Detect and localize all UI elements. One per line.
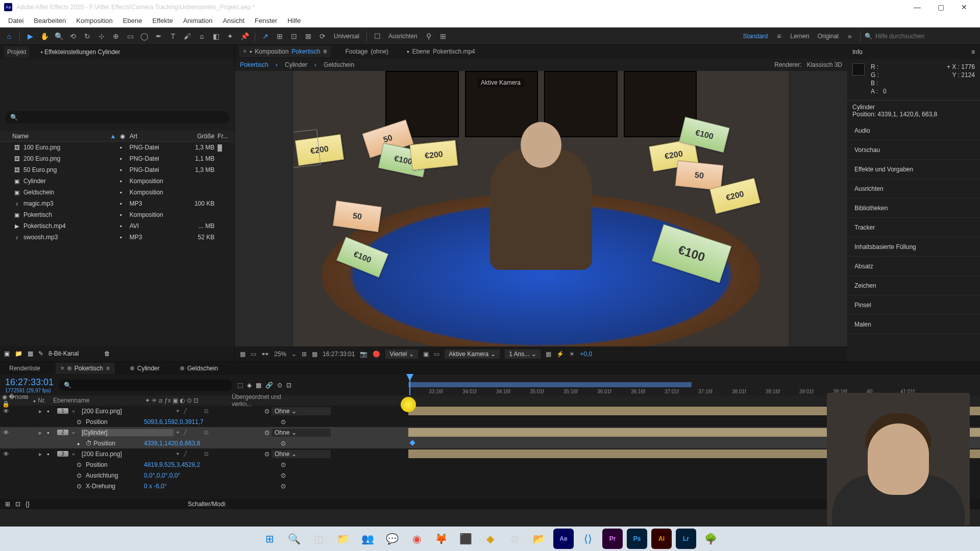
workspace-original[interactable]: Original bbox=[815, 33, 842, 40]
trash-icon[interactable]: 🗑 bbox=[104, 350, 110, 357]
workspace-menu-icon[interactable]: ≡ bbox=[773, 30, 785, 42]
vscode-icon[interactable]: ⟨⟩ bbox=[578, 529, 598, 549]
axis-local-icon[interactable]: ⊞ bbox=[274, 30, 286, 42]
region-icon[interactable]: ▭ bbox=[434, 350, 439, 358]
firefox-icon[interactable]: 🦊 bbox=[431, 529, 451, 549]
stamp-tool-icon[interactable]: ⩍ bbox=[195, 30, 208, 42]
project-item[interactable]: 🖼100 Euro.png▪PNG-Datei1,3 MB▓ bbox=[0, 142, 234, 153]
project-item[interactable]: 🖼50 Euro.png▪PNG-Datei1,3 MB bbox=[0, 164, 234, 176]
panel-ausrichten[interactable]: Ausrichten bbox=[847, 179, 980, 198]
tl-foot-icon-1[interactable]: ⊞ bbox=[5, 500, 10, 508]
menu-ansicht[interactable]: Ansicht bbox=[217, 15, 250, 27]
menu-datei[interactable]: Datei bbox=[3, 15, 29, 27]
panel-audio[interactable]: Audio bbox=[847, 121, 980, 140]
bc-geldschein[interactable]: Geldschein bbox=[324, 61, 354, 68]
tl-icon-5[interactable]: ⊙ bbox=[277, 382, 282, 389]
snapshot-icon[interactable]: 📷 bbox=[360, 350, 368, 358]
bc-pokertisch[interactable]: Pokertisch bbox=[240, 61, 268, 68]
premiere-icon[interactable]: Pr bbox=[602, 529, 623, 549]
camera-tool-icon[interactable]: ⊹ bbox=[95, 30, 108, 42]
axis-mode-icon[interactable]: ↗ bbox=[259, 30, 272, 42]
time-ruler[interactable]: 33:16f34:01f34:16f35:01f35:16f36:01f36:1… bbox=[408, 375, 980, 395]
project-list[interactable]: Name ▲ ◉ Art Größe Fr... 🖼100 Euro.png▪P… bbox=[0, 131, 234, 346]
transparency-icon[interactable]: ▣ bbox=[423, 350, 429, 358]
project-item[interactable]: ▶Pokertisch.mp4▪AVI... MB bbox=[0, 220, 234, 232]
eraser-tool-icon[interactable]: ◧ bbox=[210, 30, 222, 42]
panel-menu-icon[interactable]: ≡ bbox=[971, 48, 975, 56]
tl-icon-2[interactable]: ◈ bbox=[247, 382, 252, 389]
quality-select[interactable]: Viertel ⌄ bbox=[385, 349, 418, 359]
app-icon-gold[interactable]: ◆ bbox=[480, 529, 500, 549]
obs-icon[interactable]: ⊙ bbox=[504, 529, 525, 549]
alpha-icon[interactable]: ▦ bbox=[240, 350, 246, 358]
renderer-select[interactable]: Klassisch 3D bbox=[807, 61, 842, 68]
minimize-button[interactable]: — bbox=[905, 0, 929, 14]
project-item[interactable]: ♪swoosh.mp3▪MP352 KB bbox=[0, 232, 234, 243]
col-art[interactable]: Art bbox=[130, 133, 183, 140]
res-icon[interactable]: ▭ bbox=[251, 350, 256, 358]
exposure-value[interactable]: +0,0 bbox=[580, 350, 592, 358]
tab-tl-geldschein[interactable]: Geldschein bbox=[175, 363, 223, 374]
zoom-tool-icon[interactable]: 🔍 bbox=[53, 30, 65, 42]
workspace-overflow-icon[interactable]: » bbox=[844, 30, 856, 42]
tab-tl-pokertisch[interactable]: × Pokertisch ≡ bbox=[56, 363, 115, 374]
tl-foot-icon-3[interactable]: {} bbox=[26, 500, 30, 508]
tab-projekt[interactable]: Projekt bbox=[4, 46, 29, 58]
workspace-lernen[interactable]: Lernen bbox=[787, 33, 812, 40]
zoom-value[interactable]: 25% bbox=[274, 350, 286, 358]
draft3d-icon[interactable]: ▦ bbox=[546, 350, 551, 358]
project-item[interactable]: ▣Geldschein▪Komposition bbox=[0, 187, 234, 198]
col-size[interactable]: Größe bbox=[183, 133, 217, 140]
panel-pinsel[interactable]: Pinsel bbox=[847, 295, 980, 315]
workspace-standard[interactable]: Standard bbox=[740, 33, 771, 40]
selection-tool-icon[interactable]: ▶ bbox=[24, 30, 36, 42]
exposure-icon[interactable]: ☀ bbox=[569, 350, 575, 358]
playhead[interactable] bbox=[409, 375, 410, 395]
tab-tl-cylinder[interactable]: Cylinder bbox=[125, 363, 165, 374]
ellipse-tool-icon[interactable]: ◯ bbox=[138, 30, 151, 42]
maximize-button[interactable]: ▢ bbox=[929, 0, 952, 14]
project-item[interactable]: ▣Cylinder▪Komposition bbox=[0, 176, 234, 187]
roto-tool-icon[interactable]: ✦ bbox=[224, 30, 236, 42]
anchor-tool-icon[interactable]: ⊕ bbox=[110, 30, 122, 42]
close-button[interactable]: ✕ bbox=[952, 0, 976, 14]
zoom-dropdown-icon[interactable]: ⌄ bbox=[291, 350, 297, 358]
new-comp-icon[interactable]: ▦ bbox=[28, 350, 33, 357]
help-search[interactable]: 🔍 bbox=[865, 33, 977, 40]
pen-tool-icon[interactable]: ✒ bbox=[153, 30, 165, 42]
menu-komposition[interactable]: Komposition bbox=[71, 15, 118, 27]
tl-icon-1[interactable]: ⬚ bbox=[237, 382, 243, 389]
tab-komposition[interactable]: × ▪ Komposition Pokertisch ≡ bbox=[239, 46, 331, 57]
bc-cylinder[interactable]: Cylinder bbox=[285, 61, 307, 68]
tab-renderliste[interactable]: Renderliste bbox=[4, 363, 45, 374]
hand-tool-icon[interactable]: ✋ bbox=[38, 30, 51, 42]
tab-ebene[interactable]: ▪ Ebene Pokertisch.mp4 bbox=[403, 46, 479, 57]
illustrator-icon[interactable]: Ai bbox=[651, 529, 672, 549]
menu-bearbeiten[interactable]: Bearbeiten bbox=[29, 15, 71, 27]
panel-effekte-und-vorgaben[interactable]: Effekte und Vorgaben bbox=[847, 160, 980, 179]
timecode[interactable]: 16:27:33:01 bbox=[323, 350, 355, 358]
snap-grid-icon[interactable]: ⊞ bbox=[437, 30, 449, 42]
rotate-tool-icon[interactable]: ↻ bbox=[81, 30, 93, 42]
col-label-icon[interactable]: ◉ bbox=[120, 133, 130, 140]
type-tool-icon[interactable]: T bbox=[167, 30, 179, 42]
tl-icon-3[interactable]: ▦ bbox=[256, 382, 261, 389]
panel-bibliotheken[interactable]: Bibliotheken bbox=[847, 198, 980, 218]
menu-ebene[interactable]: Ebene bbox=[118, 15, 148, 27]
brush-tool-icon[interactable]: 🖌 bbox=[181, 30, 193, 42]
task-view-icon[interactable]: ◫ bbox=[308, 529, 329, 549]
project-item[interactable]: ▣Pokertisch▪Komposition bbox=[0, 209, 234, 220]
guides-icon[interactable]: ▦ bbox=[312, 350, 317, 358]
current-time[interactable]: 16:27:33:01 bbox=[5, 377, 54, 388]
camera-select[interactable]: Aktive Kamera ⌄ bbox=[445, 349, 500, 359]
grid-icon[interactable]: ⊞ bbox=[302, 350, 307, 358]
project-item[interactable]: ♪magic.mp3▪MP3100 KB bbox=[0, 198, 234, 209]
search-icon[interactable]: 🔍 bbox=[284, 529, 304, 549]
interpret-icon[interactable]: ▣ bbox=[4, 350, 10, 357]
puppet-tool-icon[interactable]: 📌 bbox=[238, 30, 251, 42]
fast-preview-icon[interactable]: ⚡ bbox=[556, 350, 564, 358]
col-fr[interactable]: Fr... bbox=[217, 133, 232, 140]
panel-tracker[interactable]: Tracker bbox=[847, 218, 980, 237]
channel-icon[interactable]: 🔴 bbox=[373, 350, 380, 358]
photoshop-icon[interactable]: Ps bbox=[627, 529, 647, 549]
